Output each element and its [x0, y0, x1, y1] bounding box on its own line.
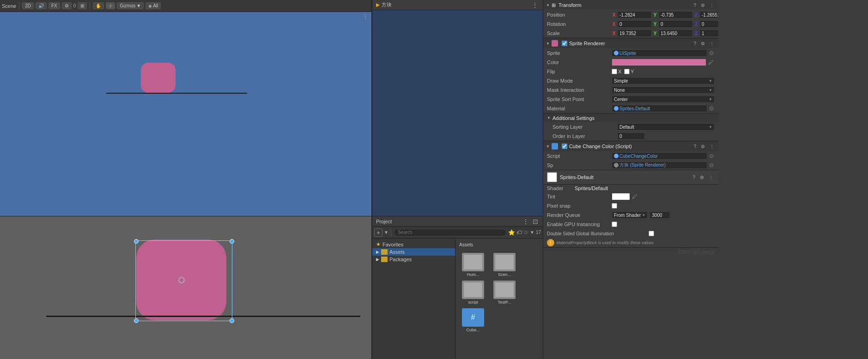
all-dropdown[interactable]: ◉ All — [146, 2, 161, 9]
gpu-instancing-checkbox[interactable] — [612, 221, 617, 227]
cube-change-color-enabled-checkbox[interactable] — [562, 144, 567, 149]
render-queue-input[interactable] — [649, 211, 670, 219]
handle-br[interactable] — [230, 318, 234, 323]
pos-y-input[interactable] — [658, 11, 693, 18]
project-star-btn[interactable]: ☆ — [523, 229, 528, 236]
cube-change-color-arrow: ▼ — [546, 144, 550, 149]
fx-button[interactable]: FX — [49, 2, 60, 9]
folder-script-icon — [462, 281, 484, 299]
order-in-layer-row: Order in Layer — [543, 132, 718, 141]
pos-z-input[interactable] — [699, 11, 718, 18]
cube-script-settings-btn[interactable]: ⚙ — [699, 144, 706, 150]
sprites-default-help-btn[interactable]: ? — [691, 174, 697, 180]
render-queue-label: Render Queue — [547, 212, 612, 218]
color-field[interactable] — [612, 59, 706, 66]
sprite-ref-icon — [614, 51, 619, 55]
project-options-btn[interactable]: ⋮ — [522, 218, 530, 225]
sprite-target-btn[interactable]: ⊙ — [708, 50, 715, 56]
warning-icon: ! — [547, 239, 554, 246]
project-search-input[interactable] — [394, 229, 507, 236]
2d-mode-button[interactable]: 2D — [22, 2, 34, 9]
favorites-item[interactable]: ★ Favorites — [372, 240, 455, 248]
tint-color-field[interactable] — [612, 193, 630, 200]
scale-label: Scale — [547, 30, 612, 36]
grid-button[interactable]: ⊞ — [78, 2, 87, 9]
project-favorites-btn[interactable]: ⭐ — [508, 229, 515, 236]
scale-x-label: X — [612, 31, 616, 36]
sprite-sort-point-dropdown[interactable]: Center ▼ — [612, 96, 715, 103]
rot-z-input[interactable] — [699, 20, 718, 28]
flip-x-checkbox[interactable] — [612, 69, 617, 74]
cube-script-more-btn[interactable]: ⋮ — [708, 144, 716, 150]
transform-header[interactable]: ▼ ⊞ Transform ? ⚙ ⋮ — [543, 0, 718, 10]
hand-tool[interactable]: ✋ — [93, 2, 104, 9]
draw-mode-arrow: ▼ — [709, 79, 712, 83]
sprites-default-more-btn[interactable]: ⋮ — [707, 174, 715, 180]
scale-y-input[interactable] — [658, 30, 693, 37]
transform-help-btn[interactable]: ? — [692, 2, 698, 8]
tint-eyedrop-btn[interactable]: 🖊 — [631, 193, 638, 200]
sprite-value-field[interactable]: UISprite — [612, 49, 707, 57]
sp-value-field[interactable]: 方块 (Sprite Renderer) — [612, 162, 707, 169]
material-value-field[interactable]: Sprites-Default — [612, 105, 707, 112]
favorites-label: Favorites — [382, 242, 403, 247]
assets-folder-icon — [381, 249, 388, 255]
sp-row: Sp 方块 (Sprite Renderer) ⊙ — [543, 161, 718, 170]
assets-item[interactable]: ▶ Assets — [372, 248, 455, 256]
sorting-layer-dropdown[interactable]: Default ▼ — [617, 123, 715, 131]
pos-x-input[interactable] — [617, 11, 652, 18]
script-label: Script — [547, 153, 612, 159]
handle-bl[interactable] — [134, 318, 139, 323]
cube-script-help-btn[interactable]: ? — [692, 144, 698, 150]
order-in-layer-input[interactable] — [617, 132, 645, 140]
flip-y-checkbox[interactable] — [624, 69, 630, 74]
sprites-default-settings-btn[interactable]: ⚙ — [698, 174, 705, 180]
scene-settings-button[interactable]: ⚙ — [62, 2, 72, 9]
script-cube-icon: # — [462, 308, 484, 327]
sprite-renderer-enabled-checkbox[interactable] — [562, 41, 567, 46]
game-tab-bar: ▶ 方块 ⋮ — [372, 0, 543, 10]
material-target-btn[interactable]: ⊙ — [708, 105, 715, 112]
scale-x-input[interactable] — [617, 30, 652, 37]
sprite-renderer-settings-btn[interactable]: ⚙ — [699, 41, 706, 47]
game-tab-kebab[interactable]: ⋮ — [531, 1, 539, 9]
asset-item-scen[interactable]: Scen... — [491, 253, 518, 277]
pixel-snap-checkbox[interactable] — [612, 203, 617, 209]
render-queue-dropdown[interactable]: From Shader ▼ — [612, 211, 648, 219]
rot-x-input[interactable] — [617, 20, 652, 28]
sprite-renderer-help-btn[interactable]: ? — [692, 41, 698, 47]
asset-item-testp[interactable]: TestP... — [491, 281, 518, 305]
script-target-btn[interactable]: ⊙ — [708, 153, 715, 159]
mask-interaction-dropdown[interactable]: None ▼ — [612, 86, 715, 94]
packages-item[interactable]: ▶ Packages — [372, 256, 455, 263]
asset-item-script[interactable]: script — [459, 281, 487, 305]
audio-button[interactable]: 🔊 — [36, 2, 47, 9]
move-tool[interactable]: ⊹ — [106, 2, 115, 9]
cube-change-color-header[interactable]: ▼ Cube Change Color (Script) ? ⚙ ⋮ — [543, 141, 718, 151]
draw-mode-dropdown[interactable]: Simple ▼ — [612, 77, 715, 84]
gizmos-dropdown[interactable]: Gizmos ▼ — [117, 2, 144, 9]
handle-tl[interactable] — [134, 239, 139, 244]
scene-kebab-btn[interactable]: ⋮ — [362, 13, 369, 20]
center-handle[interactable] — [178, 276, 185, 284]
asset-item-cube[interactable]: # Cube... — [459, 308, 487, 332]
project-tag-btn[interactable]: 🏷 — [516, 229, 522, 236]
rot-y-input[interactable] — [658, 20, 693, 28]
sp-target-btn[interactable]: ⊙ — [708, 162, 715, 168]
sprite-renderer-header[interactable]: ▼ Sprite Renderer ? ⚙ ⋮ — [543, 38, 718, 48]
project-lock-btn[interactable]: ⊡ — [532, 218, 539, 225]
handle-tr[interactable] — [230, 239, 234, 244]
rotation-label: Rotation — [547, 21, 612, 27]
flip-x-label: X — [612, 69, 621, 74]
script-value: CubeChangeColor — [619, 154, 658, 159]
script-value-field[interactable]: CubeChangeColor — [612, 152, 707, 160]
color-eyedrop-btn[interactable]: 🖊 — [707, 59, 715, 66]
double-sided-gi-checkbox[interactable] — [649, 231, 654, 236]
sprite-renderer-more-btn[interactable]: ⋮ — [708, 41, 716, 47]
transform-more-btn[interactable]: ⋮ — [708, 2, 716, 8]
sprite-sort-point-value: Center — [614, 97, 628, 102]
scale-z-input[interactable] — [699, 30, 718, 37]
transform-settings-btn[interactable]: ⚙ — [699, 2, 706, 8]
asset-item-hum[interactable]: Hum... — [459, 253, 487, 277]
project-add-button[interactable]: + — [374, 228, 382, 237]
